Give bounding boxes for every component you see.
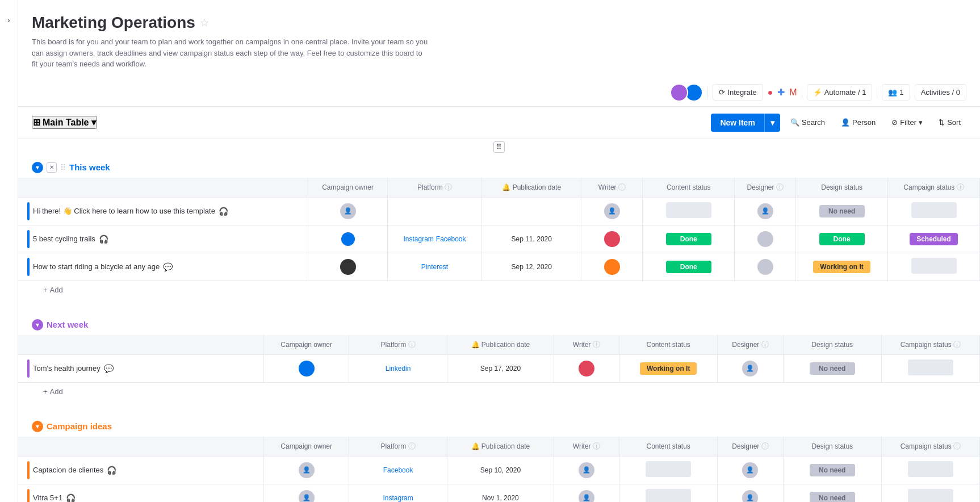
- campaign-status-empty-6[interactable]: [908, 489, 953, 502]
- drag-handle-row[interactable]: ⠿: [493, 141, 505, 153]
- integrate-button[interactable]: ⟳ Integrate: [713, 84, 763, 101]
- design-status-badge-2[interactable]: Done: [819, 233, 865, 245]
- campaign-info-nw[interactable]: ⓘ: [953, 340, 961, 349]
- platform-cell-3: Pinterest: [387, 253, 481, 281]
- item-text-5[interactable]: Captacion de clientes: [33, 466, 103, 474]
- item-cell-1: Hi there! 👋 Click here to learn how to u…: [18, 197, 308, 225]
- content-status-badge-2[interactable]: Done: [666, 233, 711, 245]
- platform-linkedin-4[interactable]: Linkedin: [386, 365, 411, 373]
- this-week-add-row[interactable]: + Add: [18, 281, 980, 299]
- writer-info-nw[interactable]: ⓘ: [593, 340, 600, 349]
- item-text-4[interactable]: Tom's health journey: [33, 364, 100, 373]
- star-icon[interactable]: ☆: [200, 16, 209, 29]
- content-status-empty-1[interactable]: [666, 202, 711, 218]
- group-this-week-drag[interactable]: ⠿: [60, 163, 66, 172]
- sort-button[interactable]: ⇅ Sort: [933, 115, 966, 130]
- owner-avatar-4: [299, 361, 315, 376]
- page-title: Marketing Operations: [32, 14, 195, 32]
- group-campaign-ideas-title[interactable]: Campaign ideas: [47, 421, 112, 431]
- chat-icon-3[interactable]: 💬: [163, 262, 173, 271]
- campaign-status-empty-3[interactable]: [911, 258, 957, 274]
- designer-info-icon[interactable]: ⓘ: [776, 183, 784, 191]
- content-status-empty-6[interactable]: [646, 489, 691, 502]
- bell-nw: 🔔: [471, 341, 480, 349]
- content-status-empty-5[interactable]: [646, 461, 691, 477]
- platform-instagram-2[interactable]: Instagram: [403, 235, 433, 243]
- person-filter-label: Person: [852, 118, 876, 127]
- campaign-status-empty-4[interactable]: [908, 359, 953, 375]
- design-status-cell-5[interactable]: No need: [783, 456, 881, 484]
- platform-info-icon[interactable]: ⓘ: [445, 183, 452, 191]
- group-this-week-close[interactable]: ✕: [47, 162, 57, 173]
- writer-cell-2: [581, 225, 643, 253]
- divider-between-groups-2: [18, 400, 980, 414]
- content-status-badge-3[interactable]: Done: [666, 261, 711, 273]
- group-campaign-ideas-collapse[interactable]: ▾: [32, 421, 43, 432]
- designer-cell-4: 👤: [718, 354, 783, 382]
- designer-info-ci[interactable]: ⓘ: [761, 442, 769, 450]
- board-content: ⠿ ▾ ✕ ⠿ This week: [18, 139, 980, 503]
- design-status-badge-5[interactable]: No need: [810, 464, 855, 476]
- platform-cell-2: Instagram Facebook: [387, 225, 481, 253]
- group-this-week-title[interactable]: This week: [69, 162, 110, 172]
- campaign-status-info-icon[interactable]: ⓘ: [957, 183, 964, 191]
- campaign-status-cell-2[interactable]: Scheduled: [888, 225, 980, 253]
- content-status-badge-4[interactable]: Working on It: [640, 362, 697, 375]
- design-status-badge-3[interactable]: Working on It: [813, 261, 870, 273]
- next-week-add-row[interactable]: + Add: [18, 383, 980, 400]
- headphones-icon-1[interactable]: 🎧: [219, 207, 228, 216]
- chat-icon-4[interactable]: 💬: [104, 364, 114, 373]
- platform-pinterest-3[interactable]: Pinterest: [421, 263, 448, 271]
- group-next-week-header: ▾ Next week: [18, 312, 980, 335]
- design-status-badge-6[interactable]: No need: [810, 492, 855, 503]
- platform-instagram-6[interactable]: Instagram: [383, 494, 413, 502]
- platform-cell-5: Facebook: [349, 456, 447, 484]
- writer-info-ci[interactable]: ⓘ: [593, 442, 600, 450]
- campaign-info-ci[interactable]: ⓘ: [953, 442, 961, 450]
- headphones-icon-5[interactable]: 🎧: [107, 466, 116, 475]
- sidebar-toggle[interactable]: ›: [0, 0, 18, 502]
- item-text-6[interactable]: Vitra 5+1: [33, 493, 62, 502]
- item-text-3[interactable]: How to start riding a bicycle at any age: [33, 262, 160, 271]
- design-status-cell-4[interactable]: No need: [783, 354, 881, 382]
- platform-facebook-2[interactable]: Facebook: [436, 235, 466, 243]
- headphones-icon-2[interactable]: 🎧: [99, 235, 108, 244]
- owner-cell-4: [264, 354, 349, 382]
- person-count-button[interactable]: 👥 1: [882, 84, 910, 101]
- item-text-1[interactable]: Hi there! 👋 Click here to learn how to u…: [33, 207, 215, 215]
- group-next-week-title[interactable]: Next week: [47, 320, 88, 329]
- campaign-status-empty-5[interactable]: [908, 461, 953, 477]
- designer-info-nw[interactable]: ⓘ: [761, 340, 769, 349]
- table-name-button[interactable]: ⊞ Main Table ▾: [32, 116, 97, 129]
- platform-info-nw[interactable]: ⓘ: [408, 340, 416, 349]
- group-bar-blue-3: [27, 258, 30, 276]
- design-status-badge-1[interactable]: No need: [819, 205, 865, 217]
- writer-cell-1: 👤: [581, 197, 643, 225]
- group-next-week-collapse[interactable]: ▾: [32, 319, 43, 331]
- platform-facebook-5[interactable]: Facebook: [383, 466, 413, 474]
- person-filter-button[interactable]: 👤 Person: [835, 115, 881, 130]
- filter-button[interactable]: ⊘ Filter ▾: [886, 115, 928, 130]
- headphones-icon-6[interactable]: 🎧: [66, 493, 76, 503]
- platform-cell-6: Instagram: [349, 484, 447, 502]
- design-status-cell-2[interactable]: Done: [796, 225, 888, 253]
- design-status-cell-3[interactable]: Working on It: [796, 253, 888, 281]
- activities-button[interactable]: Activities / 0: [915, 84, 966, 101]
- campaign-status-empty-1[interactable]: [911, 202, 957, 218]
- design-status-cell-6[interactable]: No need: [783, 484, 881, 502]
- platform-info-ci[interactable]: ⓘ: [408, 442, 416, 450]
- writer-info-icon[interactable]: ⓘ: [618, 183, 626, 191]
- new-item-button[interactable]: New Item ▾: [711, 114, 780, 132]
- item-text-2[interactable]: 5 best cycling trails: [33, 235, 95, 243]
- this-week-header-row: Campaign owner Platform ⓘ 🔔 Publication …: [18, 178, 980, 198]
- search-button[interactable]: 🔍 Search: [785, 115, 831, 130]
- group-bar-blue-2: [27, 230, 30, 248]
- design-status-badge-4[interactable]: No need: [810, 362, 855, 375]
- campaign-status-badge-2[interactable]: Scheduled: [910, 233, 958, 245]
- design-status-cell-1[interactable]: No need: [796, 197, 888, 225]
- toolbar-row: ⊞ Main Table ▾ New Item ▾ 🔍 Search 👤 Per…: [18, 107, 980, 139]
- automate-button[interactable]: ⚡ Automate / 1: [807, 84, 873, 101]
- group-this-week-collapse[interactable]: ▾: [32, 162, 43, 173]
- expand-icon: ›: [7, 16, 10, 24]
- col-content-nw: Content status: [619, 335, 718, 355]
